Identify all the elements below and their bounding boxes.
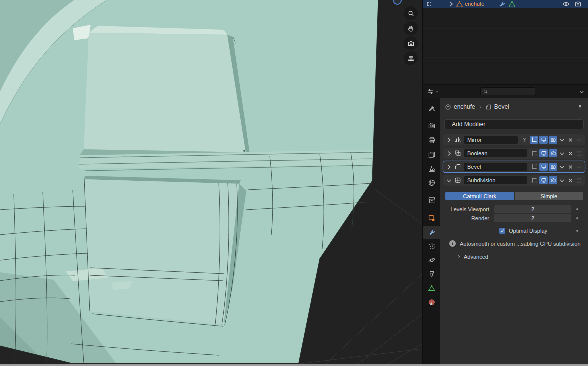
expand-icon[interactable] xyxy=(446,136,453,144)
info-message: Autosmooth or custom ...sabling GPU subd… xyxy=(460,241,581,247)
subdivision-type-segmented: Catmull-Clark Simple xyxy=(446,192,584,200)
close-icon[interactable] xyxy=(567,176,574,184)
tab-collection[interactable] xyxy=(423,194,440,207)
realtime-toggle[interactable] xyxy=(540,163,548,171)
object-name[interactable]: enchufe xyxy=(465,0,484,8)
tab-material[interactable] xyxy=(423,296,440,309)
render-label: Render xyxy=(446,216,494,222)
disable-in-render-camera-icon[interactable] xyxy=(574,0,582,8)
levels-viewport-field[interactable]: 2 xyxy=(494,206,572,214)
tab-scene[interactable] xyxy=(423,162,440,176)
modifier-name-field[interactable]: Bevel xyxy=(464,163,528,171)
properties-editor-icon xyxy=(427,88,434,96)
outliner-object-row[interactable]: enchufe xyxy=(423,0,588,8)
search-icon xyxy=(483,89,488,94)
tab-render[interactable] xyxy=(423,120,440,132)
properties-editor: enchufe Bevel Add Modifier Mirro xyxy=(423,85,588,366)
tab-world[interactable] xyxy=(423,176,440,190)
tab-output[interactable] xyxy=(423,134,440,147)
tab-object[interactable] xyxy=(423,212,440,225)
realtime-toggle[interactable] xyxy=(540,150,548,158)
breadcrumb-object[interactable]: enchufe xyxy=(454,104,476,110)
realtime-toggle[interactable] xyxy=(540,136,548,144)
viewport-scene xyxy=(0,0,422,366)
breadcrumb-separator-icon xyxy=(478,104,483,110)
tab-object-data[interactable] xyxy=(423,282,440,295)
tab-constraints[interactable] xyxy=(423,268,440,281)
expand-icon[interactable] xyxy=(446,163,453,171)
realtime-toggle[interactable] xyxy=(540,176,548,184)
chevron-down-icon xyxy=(435,90,440,94)
expand-arrow-icon[interactable] xyxy=(448,0,455,8)
drag-handle[interactable] xyxy=(576,163,583,171)
modifier-name-field[interactable]: Mirror xyxy=(464,136,518,144)
modifier-row-mirror: Mirror xyxy=(444,134,585,146)
editor-type-icon[interactable] xyxy=(426,0,433,8)
tab-tool[interactable] xyxy=(423,102,440,115)
cube-icon xyxy=(445,104,452,110)
tab-particles[interactable] xyxy=(423,240,440,253)
tab-modifiers[interactable] xyxy=(423,226,440,239)
modifier-row-boolean: Boolean xyxy=(444,148,585,159)
animate-dot[interactable] xyxy=(572,208,584,210)
catmull-clark-button[interactable]: Catmull-Clark xyxy=(446,192,514,200)
edit-mode-toggle[interactable] xyxy=(530,163,538,171)
modifier-name-field[interactable]: Subdivision xyxy=(464,176,528,184)
breadcrumb: enchufe Bevel xyxy=(440,98,588,116)
zoom-button[interactable] xyxy=(404,6,418,20)
render-toggle[interactable] xyxy=(549,176,558,184)
header-menu-chevron-icon[interactable] xyxy=(579,89,585,95)
collapse-icon[interactable] xyxy=(446,176,453,184)
edit-mode-toggle[interactable] xyxy=(530,150,538,158)
hide-in-viewport-eye-icon[interactable] xyxy=(562,0,570,8)
mesh-object-icon xyxy=(456,0,464,8)
advanced-label: Advanced xyxy=(464,254,488,260)
search-input[interactable] xyxy=(488,88,533,94)
expand-icon[interactable] xyxy=(446,150,453,158)
3d-viewport[interactable] xyxy=(0,0,422,366)
advanced-section-header[interactable]: Advanced xyxy=(446,254,584,260)
render-levels-field[interactable]: 2 xyxy=(494,214,572,222)
levels-viewport-label: Levels Viewport xyxy=(446,206,494,212)
properties-header xyxy=(423,85,588,98)
camera-view-button[interactable] xyxy=(404,36,418,50)
properties-content: enchufe Bevel Add Modifier Mirro xyxy=(440,98,588,366)
close-icon[interactable] xyxy=(567,150,574,158)
animate-dot[interactable] xyxy=(572,218,584,220)
drag-handle[interactable] xyxy=(576,136,583,144)
modifier-stack: Mirror Boole xyxy=(440,134,588,186)
optimal-display-checkbox[interactable] xyxy=(500,228,506,234)
extras-menu-icon[interactable] xyxy=(558,150,566,158)
blender-window: enchufe xyxy=(0,0,588,366)
extras-menu-icon[interactable] xyxy=(558,136,566,144)
subdivision-panel: Catmull-Clark Simple Levels Viewport 2 R… xyxy=(440,186,588,260)
mirror-modifier-icon xyxy=(454,136,462,144)
render-toggle[interactable] xyxy=(549,150,558,158)
breadcrumb-modifier[interactable]: Bevel xyxy=(494,104,510,110)
render-toggle[interactable] xyxy=(549,136,558,144)
edit-mode-toggle[interactable] xyxy=(530,136,538,144)
close-icon[interactable] xyxy=(567,136,574,144)
properties-search[interactable] xyxy=(480,88,536,96)
pin-icon[interactable] xyxy=(577,104,584,110)
pan-button[interactable] xyxy=(404,22,418,36)
animate-dot[interactable] xyxy=(572,230,584,232)
edit-mode-toggle[interactable] xyxy=(530,176,538,184)
render-toggle[interactable] xyxy=(549,163,558,171)
info-icon: i xyxy=(450,240,456,247)
extras-menu-icon[interactable] xyxy=(558,163,566,171)
extras-menu-icon[interactable] xyxy=(558,176,566,184)
editor-type-button[interactable] xyxy=(427,88,440,96)
simple-button[interactable]: Simple xyxy=(515,192,584,200)
tab-view-layer[interactable] xyxy=(423,148,440,162)
perspective-toggle-button[interactable] xyxy=(404,52,418,66)
close-icon[interactable] xyxy=(567,163,574,171)
modifier-name-field[interactable]: Boolean xyxy=(464,150,528,158)
modifier-wrench-icon xyxy=(498,0,506,8)
on-cage-toggle[interactable] xyxy=(520,136,529,144)
modifier-row-subdivision: Subdivision xyxy=(444,175,585,186)
tab-physics[interactable] xyxy=(423,254,440,267)
add-modifier-button[interactable]: Add Modifier xyxy=(444,120,584,130)
drag-handle[interactable] xyxy=(576,150,583,158)
drag-handle[interactable] xyxy=(576,176,583,184)
